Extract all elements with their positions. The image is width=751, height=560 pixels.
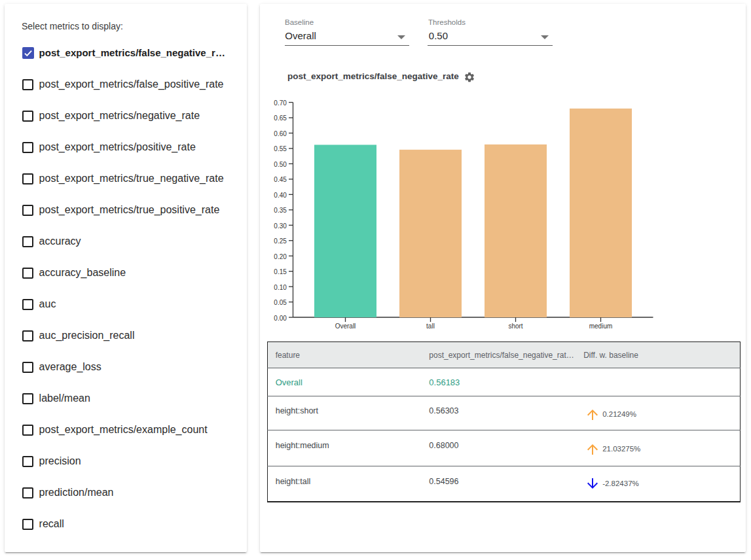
svg-text:medium: medium — [589, 323, 613, 330]
svg-text:0.15: 0.15 — [274, 268, 287, 275]
svg-text:0.55: 0.55 — [274, 145, 287, 152]
svg-text:Overall: Overall — [335, 323, 356, 330]
svg-text:tall: tall — [426, 323, 435, 330]
svg-text:0.70: 0.70 — [274, 99, 287, 107]
svg-text:0.20: 0.20 — [274, 253, 287, 260]
svg-text:0.35: 0.35 — [274, 207, 287, 214]
svg-text:0.50: 0.50 — [274, 161, 287, 168]
svg-text:0.05: 0.05 — [274, 299, 287, 306]
svg-text:0.45: 0.45 — [274, 176, 287, 183]
svg-text:0.30: 0.30 — [274, 222, 287, 230]
svg-text:0.40: 0.40 — [274, 192, 287, 199]
svg-text:0.65: 0.65 — [274, 114, 287, 122]
svg-text:0.10: 0.10 — [274, 284, 287, 291]
svg-text:short: short — [508, 323, 522, 330]
svg-text:0.00: 0.00 — [274, 315, 287, 322]
svg-text:0.25: 0.25 — [274, 237, 287, 245]
svg-text:0.60: 0.60 — [274, 130, 287, 137]
